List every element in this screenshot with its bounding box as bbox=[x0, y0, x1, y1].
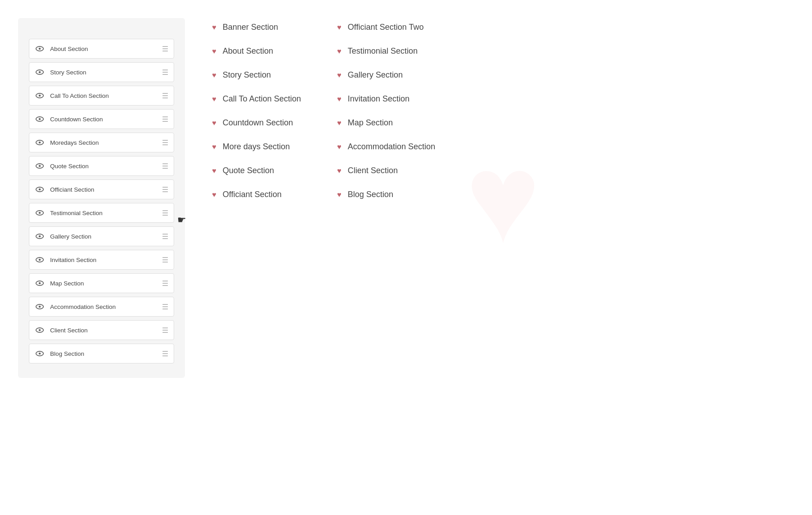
right-entry-gallery: ♥Gallery Section bbox=[337, 70, 435, 80]
drag-handle-icon[interactable]: ☰ bbox=[162, 138, 168, 147]
heart-icon: ♥ bbox=[337, 191, 341, 199]
right-entry-officiant-two: ♥Officiant Section Two bbox=[337, 23, 435, 32]
section-item-label: Officiant Section bbox=[50, 186, 162, 193]
right-entry-label: Accommodation Section bbox=[348, 142, 435, 152]
section-item-label: Call To Action Section bbox=[50, 92, 162, 99]
eye-icon bbox=[35, 67, 45, 77]
right-entry-label: Countdown Section bbox=[223, 118, 293, 128]
right-entry-quote: ♥Quote Section bbox=[212, 166, 301, 175]
right-entry-label: Gallery Section bbox=[348, 70, 403, 80]
drag-handle-icon[interactable]: ☰ bbox=[162, 232, 168, 241]
section-list-item-invitation[interactable]: Invitation Section☰ bbox=[29, 250, 174, 270]
drag-handle-icon[interactable]: ☰ bbox=[162, 209, 168, 217]
section-list-item-client[interactable]: Client Section☰ bbox=[29, 320, 174, 340]
section-item-label: Invitation Section bbox=[50, 257, 162, 263]
heart-icon: ♥ bbox=[212, 23, 217, 32]
section-item-label: Story Section bbox=[50, 69, 162, 76]
eye-icon bbox=[35, 44, 45, 54]
right-entry-banner: ♥Banner Section bbox=[212, 23, 301, 32]
heart-icon: ♥ bbox=[337, 167, 341, 175]
svg-point-27 bbox=[39, 353, 41, 355]
heart-icon: ♥ bbox=[337, 23, 341, 32]
right-entry-moredays: ♥More days Section bbox=[212, 142, 301, 152]
section-item-label: About Section bbox=[50, 46, 162, 52]
eye-icon bbox=[35, 184, 45, 194]
drag-handle-icon[interactable]: ☰ bbox=[162, 115, 168, 124]
eye-icon bbox=[35, 302, 45, 312]
drag-handle-icon[interactable]: ☰ bbox=[162, 256, 168, 264]
heart-icon: ♥ bbox=[337, 143, 341, 151]
drag-handle-icon[interactable]: ☰ bbox=[162, 45, 168, 53]
heart-icon: ♥ bbox=[337, 95, 341, 103]
right-entry-label: Banner Section bbox=[223, 23, 278, 32]
eye-icon bbox=[35, 91, 45, 101]
section-list-item-accommodation[interactable]: Accommodation Section☰ bbox=[29, 297, 174, 317]
right-entry-label: More days Section bbox=[223, 142, 290, 152]
right-entry-label: Map Section bbox=[348, 118, 393, 128]
section-list-item-testimonial[interactable]: Testimonial Section☰☛ bbox=[29, 203, 174, 223]
section-item-label: Map Section bbox=[50, 280, 162, 287]
eye-icon bbox=[35, 231, 45, 241]
section-list-item-story[interactable]: Story Section☰ bbox=[29, 62, 174, 82]
section-item-label: Accommodation Section bbox=[50, 303, 162, 310]
svg-point-11 bbox=[39, 165, 41, 167]
svg-point-7 bbox=[39, 118, 41, 120]
section-list-item-officiant[interactable]: Officiant Section☰ bbox=[29, 179, 174, 199]
svg-point-19 bbox=[39, 259, 41, 261]
section-list: About Section☰Story Section☰Call To Acti… bbox=[29, 39, 174, 363]
heart-icon: ♥ bbox=[212, 71, 217, 79]
right-entry-label: Blog Section bbox=[348, 190, 393, 199]
heart-icon: ♥ bbox=[212, 143, 217, 151]
drag-handle-icon[interactable]: ☰ bbox=[162, 303, 168, 311]
eye-icon bbox=[35, 349, 45, 359]
section-list-item-call-to-action[interactable]: Call To Action Section☰ bbox=[29, 86, 174, 106]
eye-icon bbox=[35, 255, 45, 265]
heart-icon: ♥ bbox=[337, 119, 341, 127]
heart-icon: ♥ bbox=[212, 119, 217, 127]
section-item-label: Client Section bbox=[50, 327, 162, 334]
section-item-label: Blog Section bbox=[50, 350, 162, 357]
section-list-item-quote[interactable]: Quote Section☰ bbox=[29, 156, 174, 176]
section-list-item-blog[interactable]: Blog Section☰ bbox=[29, 344, 174, 363]
heart-icon: ♥ bbox=[212, 95, 217, 103]
right-column-2: ♥Officiant Section Two♥Testimonial Secti… bbox=[337, 23, 435, 378]
section-list-item-about[interactable]: About Section☰ bbox=[29, 39, 174, 59]
drag-handle-icon[interactable]: ☰ bbox=[162, 185, 168, 194]
section-list-item-map[interactable]: Map Section☰ bbox=[29, 273, 174, 293]
section-item-label: Gallery Section bbox=[50, 233, 162, 240]
drag-handle-icon[interactable]: ☰ bbox=[162, 279, 168, 288]
right-entry-countdown: ♥Countdown Section bbox=[212, 118, 301, 128]
right-entry-story: ♥Story Section bbox=[212, 70, 301, 80]
section-item-label: Quote Section bbox=[50, 163, 162, 170]
heart-icon: ♥ bbox=[212, 47, 217, 55]
drag-handle-icon[interactable]: ☰ bbox=[162, 349, 168, 358]
right-column-1: ♥Banner Section♥About Section♥Story Sect… bbox=[212, 23, 301, 378]
section-list-item-countdown[interactable]: Countdown Section☰ bbox=[29, 109, 174, 129]
drag-handle-icon[interactable]: ☰ bbox=[162, 92, 168, 100]
right-entry-label: Story Section bbox=[223, 70, 271, 80]
right-entry-label: About Section bbox=[223, 46, 273, 56]
right-entry-label: Quote Section bbox=[223, 166, 274, 175]
drag-handle-icon[interactable]: ☰ bbox=[162, 68, 168, 77]
heart-icon: ♥ bbox=[337, 71, 341, 79]
right-entry-label: Testimonial Section bbox=[348, 46, 418, 56]
right-entry-about: ♥About Section bbox=[212, 46, 301, 56]
svg-point-25 bbox=[39, 329, 41, 331]
section-list-item-gallery[interactable]: Gallery Section☰ bbox=[29, 226, 174, 246]
svg-point-1 bbox=[39, 48, 41, 50]
right-panel: ♥Banner Section♥About Section♥Story Sect… bbox=[212, 18, 794, 378]
sort-sections-panel: About Section☰Story Section☰Call To Acti… bbox=[18, 18, 185, 378]
section-item-label: Testimonial Section bbox=[50, 210, 162, 216]
eye-icon bbox=[35, 114, 45, 124]
svg-point-3 bbox=[39, 71, 41, 74]
eye-icon bbox=[35, 208, 45, 218]
section-list-item-moredays[interactable]: Moredays Section☰ bbox=[29, 133, 174, 152]
right-entry-label: Officiant Section bbox=[223, 190, 282, 199]
drag-handle-icon[interactable]: ☰ bbox=[162, 162, 168, 170]
eye-icon bbox=[35, 138, 45, 147]
section-item-label: Moredays Section bbox=[50, 139, 162, 146]
heart-icon: ♥ bbox=[212, 167, 217, 175]
eye-icon bbox=[35, 161, 45, 171]
drag-handle-icon[interactable]: ☰ bbox=[162, 326, 168, 335]
right-entry-label: Call To Action Section bbox=[223, 94, 301, 104]
